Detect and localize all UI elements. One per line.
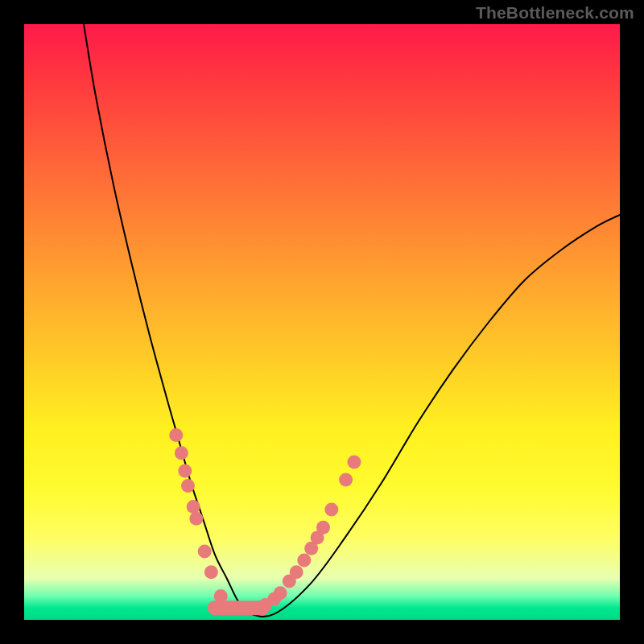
data-point-marker <box>189 512 203 526</box>
data-point-marker <box>175 446 188 460</box>
data-point-marker <box>187 500 200 514</box>
chart-svg <box>24 24 620 620</box>
data-point-marker <box>324 503 338 517</box>
data-point-marker <box>290 565 303 579</box>
watermark-text: TheBottleneck.com <box>476 3 634 23</box>
data-point-marker <box>181 479 195 493</box>
data-point-marker <box>169 428 183 442</box>
left-branch-markers <box>169 428 228 603</box>
data-point-marker <box>316 521 330 535</box>
data-point-marker <box>339 473 353 487</box>
data-point-marker <box>178 464 192 478</box>
data-point-marker <box>274 586 287 600</box>
data-point-marker <box>214 589 228 603</box>
right-branch-markers <box>258 455 361 612</box>
data-point-marker <box>198 544 212 558</box>
bottleneck-curve <box>84 24 620 617</box>
data-point-marker <box>297 554 311 568</box>
data-point-marker <box>347 455 361 469</box>
data-point-marker <box>204 565 218 579</box>
